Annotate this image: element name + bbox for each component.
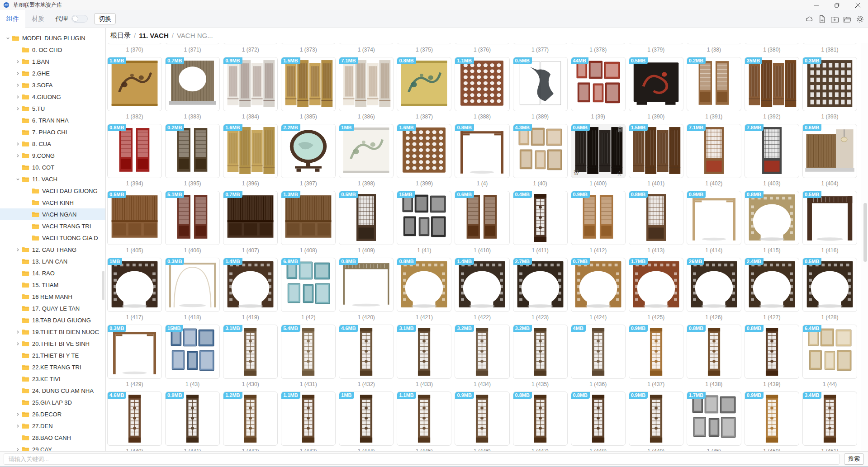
asset-thumbnail-card[interactable] [165, 43, 220, 44]
breadcrumb-item[interactable]: VACH NG... [177, 32, 213, 39]
sidebar-item-16-rem-manh[interactable]: 16 REM MANH [0, 291, 105, 302]
asset-tile[interactable]: 1.6MB1 (396) [223, 124, 278, 191]
asset-thumbnail-card[interactable]: 0.9MB [629, 392, 683, 446]
asset-tile[interactable]: 3.4MB1 (451) [802, 392, 857, 452]
asset-tile[interactable]: 1.5MB1 (385) [281, 57, 336, 124]
asset-tile[interactable]: 44MB1 (39) [571, 57, 626, 124]
content-scrollbar-track[interactable] [862, 43, 868, 452]
asset-tile[interactable]: 6.4MB1 (44) [802, 325, 857, 392]
asset-thumbnail-card[interactable]: 0.8MB [687, 325, 741, 379]
asset-tile[interactable]: 0.8MB1 (4) [455, 124, 509, 191]
asset-tile[interactable]: 0.9MB1 (450) [745, 392, 799, 452]
asset-tile[interactable]: 0.9MB1 (437) [629, 325, 683, 392]
asset-tile[interactable]: 1.6MB1 (382) [107, 57, 162, 124]
asset-thumbnail-card[interactable]: 4.6MB [107, 392, 162, 446]
asset-thumbnail-card[interactable]: 1.1MB [397, 392, 451, 446]
asset-thumbnail-card[interactable]: 0.7MB [223, 191, 278, 245]
asset-tile[interactable]: 0.3MB1 (393) [802, 57, 857, 124]
asset-tile[interactable]: 0.6MB1 (404) [802, 124, 857, 191]
asset-tile[interactable]: 0.5MB1 (405) [107, 191, 162, 258]
asset-tile[interactable]: 0.8MB1 (420) [339, 258, 394, 325]
asset-tile[interactable]: 1.3MB1 (408) [281, 191, 336, 258]
asset-tile[interactable]: 0.9MB1 (449) [629, 392, 683, 452]
replace-button[interactable]: 替 [574, 169, 579, 177]
asset-tile[interactable]: 5.1MB1 (406) [165, 191, 220, 258]
sidebar-item-27-den[interactable]: 27.DEN [0, 420, 105, 432]
chevron-right-icon[interactable] [14, 94, 21, 100]
asset-thumbnail-card[interactable]: 1.3MB [281, 191, 336, 245]
asset-thumbnail-card[interactable] [223, 43, 278, 44]
asset-tile[interactable]: 0.9MB1 (384) [223, 57, 278, 124]
chevron-right-icon[interactable] [14, 152, 21, 159]
asset-tile[interactable]: 0.5MB1 (428) [802, 258, 857, 325]
chevron-right-icon[interactable] [14, 58, 21, 65]
asset-tile[interactable]: 0.8MB1 (439) [745, 325, 799, 392]
asset-tile[interactable]: 0.2MB1 (395) [165, 124, 220, 191]
asset-tile[interactable]: 0.3MB1 (429) [107, 325, 162, 392]
asset-tile[interactable]: 1.2MB1 (442) [223, 392, 278, 452]
asset-thumbnail-card[interactable]: 0.8MB [455, 124, 509, 178]
sidebar-item-24-dung-cu-am-nha[interactable]: 24. DUNG CU AM NHA [0, 385, 105, 396]
sidebar-item-1-ban[interactable]: 1.BAN [0, 56, 105, 67]
asset-tile[interactable]: 1.1MB1 (445) [397, 392, 451, 452]
asset-tile[interactable]: 7.1MB1 (386) [339, 57, 394, 124]
sidebar-item-19-thiet-bi-dien-nuoc[interactable]: 19.THIET BI DIEN NUOC [0, 326, 105, 338]
asset-thumbnail-card[interactable]: 0.7MB [165, 57, 220, 111]
asset-tile[interactable]: 3.1MB1 (433) [397, 325, 451, 392]
gear-icon[interactable] [856, 15, 864, 24]
sidebar-item-25-gia-lap-3d[interactable]: 25.GIA LAP 3D [0, 396, 105, 408]
sidebar-item-21-thiet-bi-y-te[interactable]: 21.THIET BI Y TE [0, 349, 105, 361]
restore-button[interactable] [826, 0, 847, 10]
asset-tile[interactable]: 0.9MB1 (412) [571, 191, 626, 258]
asset-thumbnail-card[interactable]: 6.4MB [802, 325, 857, 379]
asset-thumbnail-card[interactable]: 0.5MB [107, 191, 162, 245]
asset-thumbnail-card[interactable]: 0.7MB [571, 258, 626, 312]
asset-tile[interactable]: 2.7MB1 (423) [513, 258, 568, 325]
asset-tile[interactable]: 15MB1 (43) [165, 325, 220, 392]
proxy-toggle[interactable] [71, 15, 88, 23]
asset-tile[interactable]: 1.1MB1 (388) [455, 57, 509, 124]
asset-thumbnail-card[interactable]: 7.1MB [687, 124, 741, 178]
folder-plus-icon[interactable] [830, 15, 839, 24]
asset-thumbnail-card[interactable]: 15MB [165, 325, 220, 379]
chevron-right-icon[interactable] [14, 340, 21, 347]
chevron-right-icon[interactable] [14, 329, 21, 335]
asset-tile[interactable]: 1MB1 (398) [339, 124, 394, 191]
sidebar-item-model-dung-plugin[interactable]: MODEL DUNG PLUGIN [0, 32, 105, 44]
asset-thumbnail-card[interactable]: 1.4MB [223, 258, 278, 312]
sidebar-item-28-bao-canh[interactable]: 28.BAO CANH [0, 432, 105, 443]
asset-thumbnail-card[interactable]: 3.2MB [455, 325, 509, 379]
chevron-right-icon[interactable] [14, 105, 21, 112]
asset-thumbnail-card[interactable]: 0.6MB [455, 191, 509, 245]
asset-tile[interactable]: 0.8MB1 (387) [397, 57, 451, 124]
sidebar-item-6-tran-nha[interactable]: 6. TRAN NHA [0, 114, 105, 126]
content-scrollbar-thumb[interactable] [863, 203, 867, 262]
asset-thumbnail-card[interactable]: 1.2MB [223, 392, 278, 446]
asset-tile[interactable]: 0.7MB1 (383) [165, 57, 220, 124]
asset-tile[interactable]: 4.6MB1 (432) [339, 325, 394, 392]
asset-tile[interactable]: 1 (371) [165, 43, 220, 57]
asset-thumbnail-card[interactable]: 4.3MB [513, 124, 568, 178]
asset-thumbnail-card[interactable]: 0.8MB [107, 124, 162, 178]
asset-tile[interactable]: 1.7MB1 (425) [629, 258, 683, 325]
asset-thumbnail-card[interactable]: 3.2MB [513, 325, 568, 379]
asset-tile[interactable]: 1 (374) [339, 43, 394, 57]
sidebar-item-5-tu[interactable]: 5.TU [0, 103, 105, 114]
asset-thumbnail-card[interactable]: 15MB [397, 191, 451, 245]
asset-thumbnail-card[interactable] [629, 43, 683, 44]
asset-tile[interactable]: 1 (373) [281, 43, 336, 57]
asset-tile[interactable]: 3.2MB1 (434) [455, 325, 509, 392]
asset-thumbnail-card[interactable]: 0.9MB [455, 392, 509, 446]
tab-materials[interactable]: 材质 [25, 10, 51, 28]
asset-tile[interactable]: 0.7MB1 (407) [223, 191, 278, 258]
asset-thumbnail-card[interactable]: 2.4MB [745, 258, 799, 312]
asset-thumbnail-card[interactable]: 0.9MB [571, 191, 626, 245]
asset-thumbnail-card[interactable]: 0.9MB [629, 325, 683, 379]
asset-thumbnail-card[interactable]: 1.7MB [687, 392, 741, 446]
asset-tile[interactable]: 0.8MB1 (394) [107, 124, 162, 191]
asset-tile[interactable]: 2.2MB1 (397) [281, 124, 336, 191]
chevron-right-icon[interactable] [14, 423, 21, 429]
asset-thumbnail-card[interactable]: 35MB [745, 57, 799, 111]
sidebar-item-4-giuong[interactable]: 4.GIUONG [0, 91, 105, 103]
star-icon[interactable]: ☆ [616, 169, 622, 178]
